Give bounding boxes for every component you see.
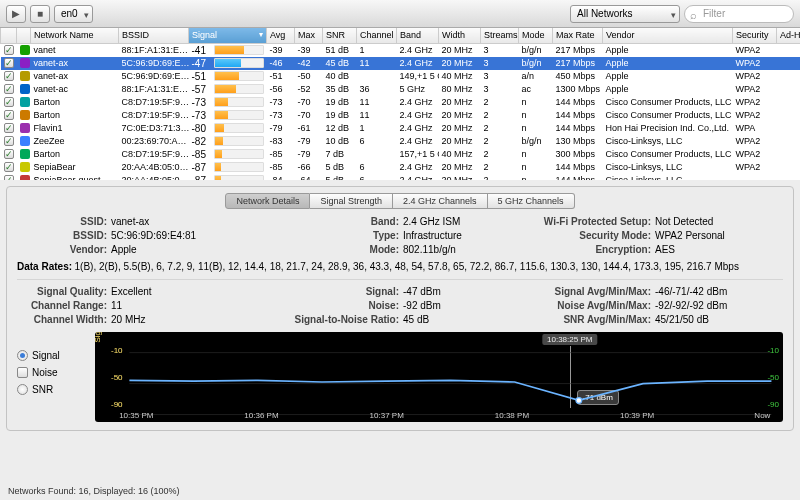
xtick: 10:39 PM	[620, 411, 654, 420]
table-row[interactable]: BartonC8:D7:19:5F:9…-85-85-797 dB157,+1 …	[1, 148, 801, 161]
radio-signal[interactable]: Signal	[17, 350, 87, 361]
ytick: -90	[111, 400, 123, 409]
stop-button[interactable]: ■	[30, 5, 50, 23]
detail-vendor: Vendor:Apple	[17, 243, 259, 256]
color-swatch	[20, 162, 30, 172]
col-chk[interactable]	[17, 28, 31, 43]
detail-noise: Noise:-92 dBm	[279, 299, 521, 312]
col-band[interactable]: Band	[397, 28, 439, 43]
detail-noiseavg/min/max: Noise Avg/Min/Max:-92/-92/-92 dBm	[541, 299, 783, 312]
xtick: 10:37 PM	[370, 411, 404, 420]
ytick: -10	[111, 346, 123, 355]
col-bssid[interactable]: BSSID	[119, 28, 189, 43]
toolbar: ▶ ■ en0 All Networks Filter	[0, 0, 800, 28]
table-row[interactable]: vanet-ax5C:96:9D:69:E…-51-51-5040 dB149,…	[1, 70, 801, 83]
color-swatch	[20, 71, 30, 81]
table-row[interactable]: vanet88:1F:A1:31:E…-41-39-3951 dB12.4 GH…	[1, 43, 801, 57]
row-checkbox[interactable]	[4, 45, 14, 55]
color-swatch	[20, 123, 30, 133]
xtick: Now	[754, 411, 770, 420]
row-checkbox[interactable]	[4, 123, 14, 133]
detail-signal-to-noiseratio: Signal-to-Noise Ratio:45 dB	[279, 313, 521, 326]
tab-bar: Network DetailsSignal Strength2.4 GHz Ch…	[17, 193, 783, 209]
status-footer: Networks Found: 16, Displayed: 16 (100%)	[8, 486, 180, 496]
ytick: -50	[111, 373, 123, 382]
col-security[interactable]: Security	[733, 28, 777, 43]
row-checkbox[interactable]	[4, 58, 14, 68]
table-row[interactable]: vanet-ac88:1F:A1:31:E…-57-56-5235 dB365 …	[1, 83, 801, 96]
col-chk[interactable]	[1, 28, 17, 43]
color-swatch	[20, 45, 30, 55]
play-button[interactable]: ▶	[6, 5, 26, 23]
row-checkbox[interactable]	[4, 97, 14, 107]
ytick: -90	[767, 400, 779, 409]
row-checkbox[interactable]	[4, 110, 14, 120]
color-swatch	[20, 97, 30, 107]
tab-network-details[interactable]: Network Details	[225, 193, 310, 209]
detail-snravg/min/max: SNR Avg/Min/Max:45/21/50 dB	[541, 313, 783, 326]
col-avg[interactable]: Avg	[267, 28, 295, 43]
radio-noise[interactable]: Noise	[17, 367, 87, 378]
interface-select[interactable]: en0	[54, 5, 93, 23]
col-vendor[interactable]: Vendor	[603, 28, 733, 43]
table-row[interactable]: ZeeZee00:23:69:70:A…-82-83-7910 dB62.4 G…	[1, 135, 801, 148]
color-swatch	[20, 175, 30, 180]
tab-signal-strength[interactable]: Signal Strength	[310, 193, 393, 209]
table-row[interactable]: SepiaBear20:AA:4B:05:0…-87-85-665 dB62.4…	[1, 161, 801, 174]
col-streams[interactable]: Streams	[481, 28, 519, 43]
col-max-rate[interactable]: Max Rate	[553, 28, 603, 43]
detail-ssid: SSID:vanet-ax	[17, 215, 259, 228]
ytick: -50	[767, 373, 779, 382]
row-checkbox[interactable]	[4, 162, 14, 172]
detail-wi-fiprotectedsetup: Wi-Fi Protected Setup:Not Detected	[541, 215, 783, 228]
detail-type: Type:Infrastructure	[279, 229, 521, 242]
detail-securitymode: Security Mode:WPA2 Personal	[541, 229, 783, 242]
tab-2-4-ghz-channels[interactable]: 2.4 GHz Channels	[393, 193, 488, 209]
table-row[interactable]: BartonC8:D7:19:5F:9…-73-73-7019 dB112.4 …	[1, 109, 801, 122]
table-row[interactable]: SepiaBear-guest20:AA:4B:05:0…-87-84-645 …	[1, 174, 801, 181]
col-ad-hoc[interactable]: Ad-Hoc	[777, 28, 801, 43]
svg-point-3	[576, 398, 582, 404]
col-mode[interactable]: Mode	[519, 28, 553, 43]
network-table: Network NameBSSIDSignalAvgMaxSNRChannelB…	[0, 28, 800, 180]
col-signal[interactable]: Signal	[189, 28, 267, 43]
color-swatch	[20, 110, 30, 120]
col-snr[interactable]: SNR	[323, 28, 357, 43]
col-channel[interactable]: Channel	[357, 28, 397, 43]
network-filter-select[interactable]: All Networks	[570, 5, 680, 23]
color-swatch	[20, 149, 30, 159]
ytick: -10	[767, 346, 779, 355]
tab-5-ghz-channels[interactable]: 5 GHz Channels	[488, 193, 575, 209]
row-checkbox[interactable]	[4, 71, 14, 81]
datarates-label: Data Rates:	[17, 261, 72, 272]
search-input[interactable]: Filter	[684, 5, 794, 23]
chart-mode-radios: SignalNoiseSNR	[17, 332, 87, 422]
color-swatch	[20, 58, 30, 68]
col-max[interactable]: Max	[295, 28, 323, 43]
xtick: 10:36 PM	[244, 411, 278, 420]
detail-signal: Signal:-47 dBm	[279, 285, 521, 298]
radio-snr[interactable]: SNR	[17, 384, 87, 395]
row-checkbox[interactable]	[4, 84, 14, 94]
col-width[interactable]: Width	[439, 28, 481, 43]
detail-channelwidth: Channel Width:20 MHz	[17, 313, 259, 326]
row-checkbox[interactable]	[4, 149, 14, 159]
detail-channelrange: Channel Range:11	[17, 299, 259, 312]
detail-encryption: Encryption:AES	[541, 243, 783, 256]
detail-bssid: BSSID:5C:96:9D:69:E4:81	[17, 229, 259, 242]
table-row[interactable]: BartonC8:D7:19:5F:9…-73-73-7019 dB112.4 …	[1, 96, 801, 109]
row-checkbox[interactable]	[4, 136, 14, 146]
xtick: 10:35 PM	[119, 411, 153, 420]
detail-mode: Mode:802.11b/g/n	[279, 243, 521, 256]
row-checkbox[interactable]	[4, 175, 14, 180]
table-row[interactable]: Flavin17C:0E:D3:71:3…-80-79-6112 dB12.4 …	[1, 122, 801, 135]
color-swatch	[20, 84, 30, 94]
signal-chart: Signal Strength [dBm] 10:38:25 PM -71 dB…	[95, 332, 783, 422]
col-network-name[interactable]: Network Name	[31, 28, 119, 43]
details-panel: Network DetailsSignal Strength2.4 GHz Ch…	[6, 186, 794, 431]
color-swatch	[20, 136, 30, 146]
xtick: 10:38 PM	[495, 411, 529, 420]
detail-signalquality: Signal Quality:Excellent	[17, 285, 259, 298]
table-row[interactable]: vanet-ax5C:96:9D:69:E…-47-46-4245 dB112.…	[1, 57, 801, 70]
detail-signalavg/min/max: Signal Avg/Min/Max:-46/-71/-42 dBm	[541, 285, 783, 298]
